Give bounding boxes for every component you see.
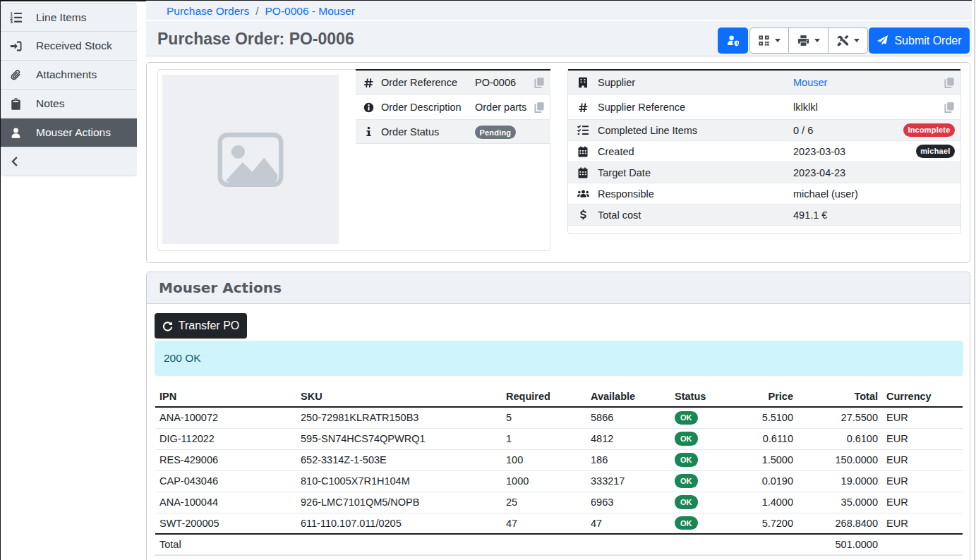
detail-extra-cell: [944, 77, 960, 88]
sidebar-collapse-button[interactable]: [1, 147, 137, 176]
sidebar-icon-box: [1, 40, 30, 52]
cell-total: 35.0000: [797, 492, 882, 513]
sidebar-icon-box: [1, 69, 30, 81]
detail-icon-cell: [568, 125, 598, 136]
sidebar-icon-box: [1, 156, 29, 167]
footer-empty-cell: [586, 534, 670, 555]
status-ok-badge: OK: [675, 411, 698, 425]
sidebar-icon-box: [1, 127, 30, 139]
detail-value: 2023-04-23: [793, 167, 960, 178]
detail-value: Pending: [475, 126, 550, 138]
footer-empty-cell: [502, 534, 586, 555]
info-circle-icon: [363, 102, 374, 113]
detail-label: Created: [598, 146, 793, 157]
options-menu-button[interactable]: [829, 28, 868, 54]
sidebar-item-notes[interactable]: Notes: [1, 90, 137, 118]
cell-currency: EUR: [882, 492, 963, 513]
detail-row-total-cost: Total cost491.1 €: [568, 205, 960, 226]
cell-available: 47: [586, 513, 670, 534]
paper-plane-icon: [876, 35, 888, 47]
mouser-actions-title: Mouser Actions: [159, 279, 282, 296]
detail-extra-cell: [534, 102, 550, 113]
status-badge: Pending: [475, 126, 516, 139]
caret-down-icon: [814, 39, 820, 42]
transfer-po-button[interactable]: Transfer PO: [155, 313, 247, 339]
cell-available: 333217: [586, 470, 670, 492]
scrollbar[interactable]: [972, 0, 976, 560]
cell-available: 5866: [586, 407, 670, 428]
submit-order-button[interactable]: Submit Order: [869, 28, 970, 54]
caret-down-icon: [854, 39, 860, 42]
copy-icon[interactable]: [534, 77, 545, 88]
sidebar-item-mouser-actions[interactable]: Mouser Actions: [1, 118, 137, 147]
detail-value-link[interactable]: Mouser: [793, 77, 827, 88]
mouser-actions-panel: Mouser Actions Transfer PO 200 OK IPNSKU…: [146, 272, 970, 560]
detail-extra-cell: [944, 102, 960, 113]
submit-order-label: Submit Order: [894, 35, 961, 47]
svg-text:3: 3: [10, 19, 13, 23]
detail-value: michael (user): [793, 188, 960, 200]
detail-extra-cell: michael: [916, 145, 960, 158]
page-title: Purchase Order: PO-0006: [157, 29, 354, 48]
building-icon: [577, 77, 589, 88]
footer-total-label: Total: [155, 534, 296, 555]
cell-currency: EUR: [882, 407, 963, 428]
detail-value: Order parts: [475, 102, 534, 113]
cell-status: OK: [670, 470, 713, 492]
cell-total: 27.5500: [797, 407, 882, 428]
transfer-po-label: Transfer PO: [179, 319, 240, 332]
column-header-sku: SKU: [296, 386, 502, 407]
barcode-menu-button[interactable]: [749, 28, 789, 54]
detail-label: Supplier Reference: [598, 102, 793, 113]
cell-currency: EUR: [882, 513, 963, 534]
detail-label: Order Reference: [381, 77, 475, 88]
copy-icon[interactable]: [534, 102, 545, 113]
line-items-table: IPNSKURequiredAvailableStatusPriceTotalC…: [155, 386, 963, 556]
breadcrumb-link[interactable]: Purchase Orders: [167, 5, 249, 18]
hash-icon: [578, 102, 589, 113]
cell-currency: EUR: [882, 449, 963, 470]
cell-sku: 810-C1005X7R1H104M: [296, 470, 502, 492]
column-header-required: Required: [502, 386, 586, 407]
chevron-left-icon: [9, 156, 20, 167]
sidebar-item-label: Notes: [36, 97, 65, 110]
sidebar-item-line-items[interactable]: 123Line Items: [1, 3, 137, 32]
detail-label: Supplier: [598, 77, 793, 88]
sidebar-item-attachments[interactable]: Attachments: [1, 61, 137, 90]
cell-available: 186: [586, 449, 670, 470]
detail-value: 2023-03-03: [793, 146, 916, 157]
cell-required: 1: [502, 428, 586, 449]
breadcrumb: Purchase Orders/PO-0006 - Mouser: [146, 1, 972, 20]
cell-sku: 611-110.107.011/0205: [296, 513, 502, 534]
sidebar-item-received-stock[interactable]: Received Stock: [1, 32, 137, 61]
copy-icon[interactable]: [944, 102, 955, 113]
cell-ipn: SWT-200005: [155, 513, 296, 534]
calendar-icon: [577, 146, 589, 157]
cell-required: 5: [502, 407, 586, 428]
footer-empty-cell: [670, 534, 713, 555]
cell-available: 6963: [586, 492, 670, 513]
detail-row-created: Created2023-03-03michael: [568, 141, 960, 162]
column-header-price: Price: [713, 386, 797, 407]
cell-ipn: RES-429006: [155, 449, 296, 470]
admin-button[interactable]: [718, 28, 748, 54]
cell-price: 0.0190: [713, 470, 797, 492]
cell-total: 0.6100: [797, 428, 882, 449]
user-icon: [10, 127, 22, 139]
cell-ipn: ANA-100044: [155, 492, 296, 513]
print-menu-button[interactable]: [789, 28, 829, 54]
order-image-placeholder[interactable]: [162, 75, 339, 244]
cell-price: 1.5000: [713, 449, 797, 470]
copy-icon[interactable]: [944, 77, 955, 88]
cell-price: 0.6110: [713, 428, 797, 449]
sidebar-item-label: Received Stock: [36, 39, 112, 52]
detail-icon-cell: [568, 188, 598, 200]
column-header-ipn: IPN: [155, 386, 296, 407]
sidebar-item-label: Attachments: [36, 68, 97, 81]
detail-icon-cell: [356, 102, 381, 113]
detail-label: Target Date: [598, 167, 793, 178]
cell-currency: EUR: [882, 470, 963, 492]
footer-empty-cell: [296, 534, 502, 555]
sidebar-icon-box: 123: [1, 11, 30, 23]
breadcrumb-link[interactable]: PO-0006 - Mouser: [265, 5, 355, 18]
